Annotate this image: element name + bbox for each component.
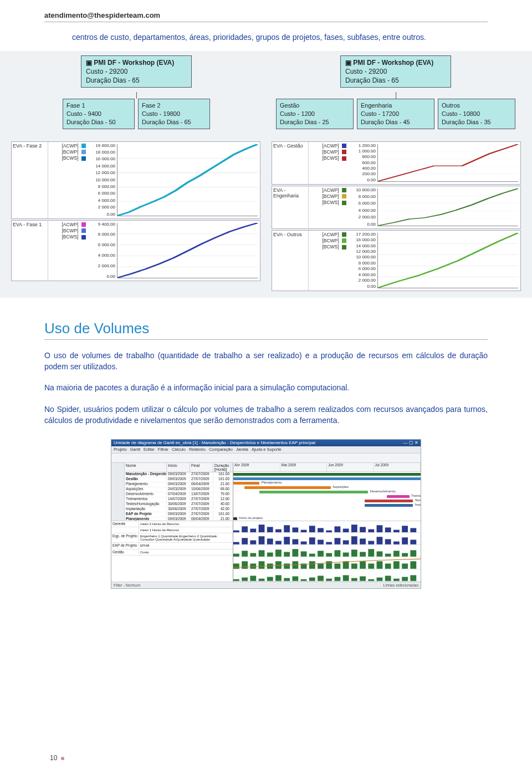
chart-y-axis: 19 800.0018 000.0016 000.0014 000.0012 0… xyxy=(87,142,117,218)
panel-row: EAP de ProjetoEPI48 xyxy=(111,543,233,549)
gantt-menu-item[interactable]: Cálculo xyxy=(172,447,186,452)
svg-rect-70 xyxy=(284,552,290,557)
gantt-menu-item[interactable]: Editar xyxy=(144,447,155,452)
eva-chart: EVA - Fase 1[ACWP] [BCWP] [BCWS] 9 400.0… xyxy=(11,220,260,281)
gantt-statusbar: Filter - Nenhum Linhas selecionadas xyxy=(111,582,421,588)
svg-rect-47 xyxy=(275,541,282,544)
svg-rect-56 xyxy=(351,537,357,545)
svg-rect-126 xyxy=(385,576,391,580)
page-number: 10 xyxy=(50,754,64,762)
time-header: Mai 2009 xyxy=(280,463,328,471)
svg-rect-109 xyxy=(242,577,248,580)
svg-rect-92 xyxy=(284,564,290,569)
svg-rect-115 xyxy=(292,576,298,580)
table-row: Gestão09/03/200927/07/2009161.00 xyxy=(125,477,233,482)
gantt-menu-item[interactable]: Janela xyxy=(236,447,248,452)
svg-rect-122 xyxy=(351,578,357,580)
svg-rect-76 xyxy=(335,551,341,557)
chart-y-axis: 1 200.001 000.00800.00600.00400.00200.00… xyxy=(347,142,377,184)
svg-rect-111 xyxy=(259,578,265,580)
header-email: atendimento@thespiderteam.com xyxy=(44,11,488,22)
svg-rect-72 xyxy=(301,552,307,557)
svg-rect-63 xyxy=(410,540,416,544)
wbs-leaf: Gestão Custo - 1200 Duração Dias - 25 xyxy=(276,99,354,129)
time-header: Abr 2009 xyxy=(233,463,280,471)
panel-row: mean 1 Horas de Recurso xyxy=(111,527,233,533)
eva-chart: EVA - Engenharia[ACWP] [BCWP] [BCWS] 10 … xyxy=(272,186,521,229)
svg-rect-83 xyxy=(393,551,400,557)
svg-rect-21 xyxy=(242,526,248,532)
svg-rect-106 xyxy=(402,564,408,569)
gantt-bar-label: Implantação xyxy=(415,503,421,506)
wbs-leaf-dur: Duração Dias - 65 xyxy=(142,119,191,125)
table-row: Testes/Homologação30/06/200927/07/200940… xyxy=(125,502,233,507)
svg-rect-119 xyxy=(326,578,332,580)
wbs-leaf-dur: Duração Dias - 25 xyxy=(280,119,329,125)
eva-diagram-block: ▣ PMI DF - Workshop (EVA) Custo - 29200 … xyxy=(0,51,532,298)
svg-rect-128 xyxy=(402,577,408,580)
svg-rect-52 xyxy=(318,540,324,544)
histogram-row xyxy=(233,545,421,557)
gantt-menu-item[interactable]: Filtrar xyxy=(158,447,168,452)
panel-row: Eqp. de ProjetoEngenheiro 1 Quantidade E… xyxy=(111,533,233,543)
eva-chart: EVA - Fase 2[ACWP] [BCWP] [BCWS] 19 800.… xyxy=(11,141,260,219)
wbs-leaf-title: Gestão xyxy=(280,102,299,109)
chart-title: EVA - Fase 2 xyxy=(12,142,48,218)
svg-rect-26 xyxy=(284,525,290,533)
chart-title: EVA - Fase 1 xyxy=(12,221,48,281)
svg-rect-117 xyxy=(309,577,315,580)
chart-legend: [ACWP] [BCWP] [BCWS] xyxy=(48,221,87,281)
table-row: Planejamento09/03/200906/04/200921.00 xyxy=(125,517,233,521)
svg-rect-27 xyxy=(292,527,298,532)
wbs-left: ▣ PMI DF - Workshop (EVA) Custo - 29200 … xyxy=(11,55,262,129)
eva-chart: EVA - Outros[ACWP] [BCWP] [BCWS] 17 200.… xyxy=(272,230,521,291)
wbs-left-root-dur: Duração Dias - 65 xyxy=(86,77,140,84)
col-final: Final xyxy=(190,463,213,472)
svg-rect-45 xyxy=(259,537,265,545)
svg-rect-118 xyxy=(318,576,324,580)
gantt-time-header: Abr 2009Mai 2009Jun 2009Jul 2009 xyxy=(233,463,421,472)
gantt-chart-area: Abr 2009Mai 2009Jun 2009Jul 2009 GestãoP… xyxy=(233,463,421,521)
gantt-panels-left: Gerentemean 2 Horas de Recursomean 1 Hor… xyxy=(111,521,233,582)
chart-plot xyxy=(377,144,518,182)
svg-rect-55 xyxy=(343,541,349,544)
wbs-leaf-cost: Custo - 10800 xyxy=(442,110,480,117)
table-row: Aquisições24/03/200910/06/200968.00 xyxy=(125,487,233,492)
svg-rect-116 xyxy=(301,579,307,581)
gantt-menu-item[interactable]: Relatório xyxy=(189,447,206,452)
svg-rect-73 xyxy=(309,554,315,557)
charts-left-col: EVA - Fase 2[ACWP] [BCWP] [BCWS] 19 800.… xyxy=(11,141,260,291)
wbs-leaf: Fase 2 Custo - 19800 Duração Dias - 65 xyxy=(138,99,210,129)
svg-rect-48 xyxy=(284,537,290,545)
gantt-menu-item[interactable]: Gantt xyxy=(130,447,140,452)
svg-rect-43 xyxy=(242,538,248,544)
wbs-right: ▣ PMI DF - Workshop (EVA) Custo - 29200 … xyxy=(270,55,521,129)
gantt-titlebar: Unidade de diagrama de Gantt ex_obra [1]… xyxy=(111,440,421,446)
gantt-menu-item[interactable]: Projeto xyxy=(114,447,127,452)
table-row: Treinamentos14/07/200927/07/200912.00 xyxy=(125,497,233,502)
chart-title: EVA - Gestão xyxy=(272,142,309,184)
svg-rect-114 xyxy=(284,578,290,580)
svg-rect-53 xyxy=(326,542,332,544)
svg-rect-78 xyxy=(351,550,357,557)
svg-rect-35 xyxy=(360,527,366,532)
chart-y-axis: 17 200.0016 000.0014 000.0012 000.0010 0… xyxy=(347,231,377,291)
svg-rect-127 xyxy=(393,578,400,580)
svg-rect-29 xyxy=(309,526,315,532)
gantt-menu-item[interactable]: Ajuda e Suporte xyxy=(252,447,282,452)
minus-icon: ▣ xyxy=(86,59,94,67)
svg-rect-129 xyxy=(410,575,416,580)
gantt-bar xyxy=(233,473,421,476)
histogram-row xyxy=(233,521,421,533)
chart-y-axis: 9 400.008 000.006 000.004 000.002 000.00… xyxy=(87,221,117,281)
histogram-row xyxy=(233,557,421,569)
svg-rect-101 xyxy=(360,561,366,569)
svg-rect-82 xyxy=(385,554,391,557)
wbs-left-root-cost: Custo - 29200 xyxy=(86,68,127,75)
col-nome: Nome xyxy=(125,463,167,472)
gantt-menu-item[interactable]: Comparação xyxy=(209,447,233,452)
gantt-bar xyxy=(233,517,237,520)
svg-rect-30 xyxy=(318,528,324,532)
svg-rect-62 xyxy=(402,538,408,544)
chart-y-axis: 10 800.008 000.006 000.004 000.002 000.0… xyxy=(347,186,377,228)
